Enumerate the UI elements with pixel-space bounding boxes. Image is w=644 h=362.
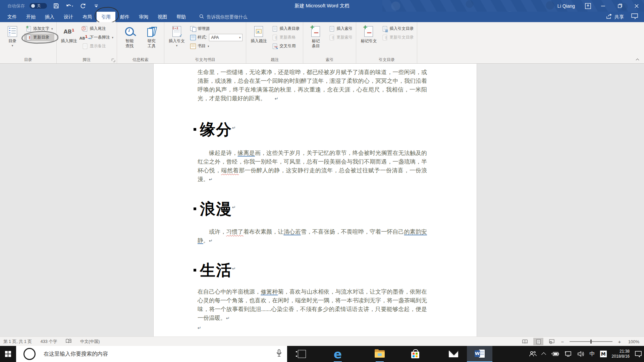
read-mode-button[interactable] (520, 338, 530, 345)
tab-insert[interactable]: 插入 (40, 12, 59, 22)
zoom-slider[interactable] (570, 341, 612, 342)
tab-design[interactable]: 设计 (59, 12, 78, 22)
document-page[interactable]: 生命里，一些缱绻，无论素净，还是喧哗，都已经被岁月赋予了清喜的味道，一些闲词，或… (153, 64, 477, 337)
comments-icon[interactable] (631, 13, 638, 20)
hidden-icons-chevron[interactable] (542, 352, 545, 356)
tab-label: 邮件 (120, 14, 129, 20)
tab-home[interactable]: 开始 (21, 12, 40, 22)
insert-table-of-figures-button[interactable]: 插入表目录 (270, 25, 301, 33)
network-icon[interactable] (564, 351, 572, 357)
insert-table-of-authorities-button[interactable]: ▥插入引文目录 (380, 25, 415, 33)
tab-mailings[interactable]: 邮件 (115, 12, 134, 22)
update-toc-button[interactable]: !更新目录 (24, 34, 54, 41)
tab-view[interactable]: 视图 (153, 12, 172, 22)
customize-quick-access-icon[interactable] (92, 2, 101, 10)
show-notes-button: 显示备注 (81, 42, 115, 50)
insert-caption-button[interactable]: 插入题注 (248, 23, 269, 56)
add-text-button[interactable]: +添加文字▾ (24, 25, 54, 33)
page-indicator[interactable]: 第 1 页, 共 1 页 (3, 339, 32, 345)
style-combo[interactable]: 样式:APA▾ (189, 34, 244, 41)
tab-help[interactable]: 帮助 (172, 12, 191, 22)
ribbon-small-column: 插入索引!更新索引 (327, 23, 354, 56)
tab-layout[interactable]: 布局 (78, 12, 97, 22)
page-dis-icon (82, 43, 88, 49)
ribbon-group-body: (−)✓插入引文▾管理源样式:APA▾书目▾ (164, 22, 246, 56)
language-indicator[interactable]: 中文(中国) (80, 339, 100, 345)
insert-index-button[interactable]: 插入索引 (327, 25, 354, 33)
button-label: 查找 (125, 44, 133, 49)
zoom-level[interactable]: 100% (625, 339, 639, 344)
ribbon-display-options-icon[interactable] (582, 0, 594, 12)
save-icon[interactable] (52, 2, 60, 10)
taskbar-clock[interactable]: 21:38 2018/8/16 (612, 349, 630, 359)
bibliography-button[interactable]: 书目▾ (189, 42, 244, 50)
insert-endnote-button[interactable]: i插入尾注 (81, 25, 115, 33)
task-view-button[interactable] (294, 346, 310, 362)
insert-citation-button[interactable]: (−)✓插入引文▾ (166, 23, 187, 56)
dialog-launcher-icon[interactable] (112, 59, 115, 62)
research-tools-button[interactable]: 研究工具 (141, 23, 162, 56)
toc-button[interactable]: 目录▾ (2, 23, 23, 56)
next-footnote-button[interactable]: AB1→下一条脚注▾ (81, 34, 115, 41)
taskbar-search-box[interactable]: 在这里输入你要搜索的内容 (16, 346, 287, 362)
group-label-text: 题注 (271, 57, 279, 63)
tab-file[interactable]: 文件 (3, 12, 21, 22)
proofing-status-icon[interactable] (66, 339, 71, 344)
restore-button[interactable] (612, 0, 627, 12)
ribbon-group-body: 目录▾+添加文字▾!更新目录 (0, 22, 56, 56)
smart-lookup-button[interactable]: 智能查找 (119, 23, 140, 56)
microphone-icon[interactable] (276, 349, 282, 359)
update-icon: ! (25, 35, 32, 41)
word-count[interactable]: 433 个字 (41, 339, 57, 345)
ribbon-tabs: 文件开始插入设计布局引用邮件审阅视图帮助 告诉我你想要做什么 共享 (0, 12, 644, 22)
group-label-text: 脚注 (83, 57, 91, 63)
volume-icon[interactable] (577, 351, 585, 357)
tab-review[interactable]: 审阅 (134, 12, 153, 22)
taskbar-app-mail[interactable] (445, 346, 462, 362)
heading: 缘分↵ (194, 119, 477, 140)
ime-language-indicator[interactable]: 中 (590, 351, 595, 358)
manage-sources-button[interactable]: 管理源 (189, 25, 244, 33)
ribbon-group-body: AB1插入脚注i插入尾注AB1→下一条脚注▾显示备注 (57, 22, 117, 56)
markdoc-icon: +− (311, 24, 320, 39)
cross-reference-button[interactable]: −↘交叉引用 (270, 42, 301, 50)
print-layout-button[interactable] (533, 338, 543, 345)
start-button[interactable] (0, 346, 16, 362)
redo-icon[interactable] (78, 2, 87, 10)
taskbar-app-store[interactable] (407, 346, 423, 362)
taskbar: 在这里输入你要搜索的内容 e W 中 M (0, 346, 644, 362)
tab-references[interactable]: 引用 (97, 12, 115, 22)
zoom-in-button[interactable]: + (617, 339, 622, 345)
people-icon[interactable] (528, 351, 537, 357)
mark-citation-button[interactable]: +−标记引文 (358, 23, 379, 56)
undo-icon[interactable] (65, 2, 74, 10)
ribbon-small-column: 管理源样式:APA▾书目▾ (189, 23, 244, 56)
zoom-slider-thumb[interactable] (590, 340, 592, 344)
collapse-ribbon-button[interactable] (636, 58, 639, 61)
minimize-button[interactable] (596, 0, 610, 12)
heading-text: 缘分 (200, 120, 232, 139)
zoom-out-button[interactable]: − (560, 339, 565, 345)
taskbar-app-file-explorer[interactable] (372, 346, 388, 362)
insert-footnote-button[interactable]: AB1插入脚注 (59, 23, 79, 56)
taskbar-app-edge[interactable]: e (330, 346, 346, 362)
button-label: 目录 (8, 39, 16, 44)
mark-entry-button[interactable]: +−标记条目 (305, 23, 326, 56)
task-view-icon (298, 350, 306, 358)
action-center-icon[interactable] (635, 351, 642, 357)
ime-mode-icon[interactable]: M (600, 351, 607, 357)
heading-text: 生活 (200, 261, 232, 280)
tab-label: 视图 (158, 14, 167, 20)
ribbon: 目录▾+添加文字▾!更新目录目录AB1插入脚注i插入尾注AB1→下一条脚注▾显示… (0, 22, 644, 64)
taskbar-app-word[interactable]: W (467, 346, 492, 362)
signed-in-user[interactable]: Li Qiang (557, 3, 575, 9)
web-layout-button[interactable] (547, 338, 557, 345)
share-button[interactable]: 共享 (606, 14, 624, 20)
autosave-toggle[interactable]: 关 (30, 3, 47, 9)
tab-label: 布局 (83, 14, 92, 20)
style-combo-value[interactable]: APA▾ (209, 34, 243, 41)
paragraph-mark: ↵ (209, 177, 213, 182)
close-button[interactable] (629, 0, 644, 12)
tell-me-box[interactable]: 告诉我你想要做什么 (199, 12, 248, 22)
battery-icon[interactable] (550, 352, 559, 356)
